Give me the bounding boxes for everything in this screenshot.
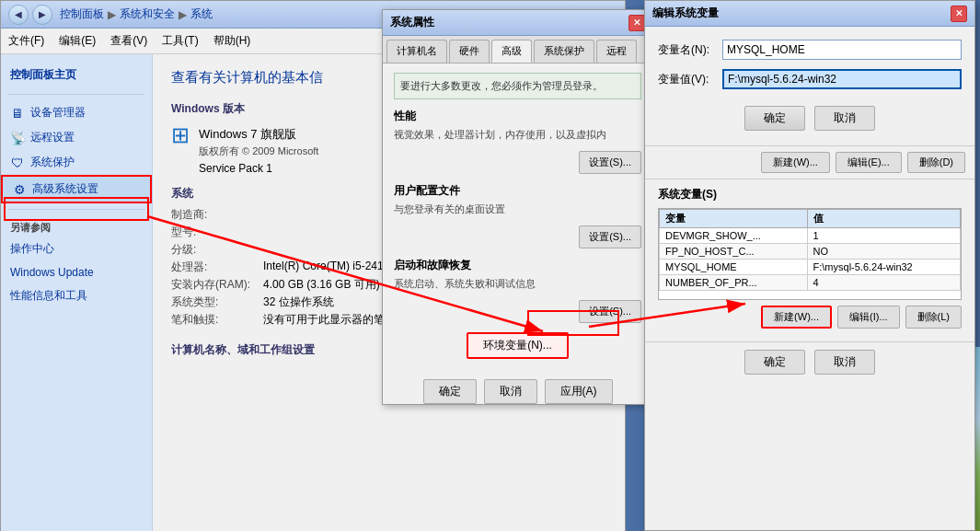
menu-help[interactable]: 帮助(H) (213, 33, 251, 49)
sysprop-titlebar: 系统属性 ✕ (383, 10, 652, 36)
var-col: DEVMGR_SHOW_... (660, 228, 808, 244)
breadcrumb-sep2: ▶ (179, 8, 187, 21)
sidebar-item-device-manager[interactable]: 🖥 设备管理器 (1, 100, 152, 125)
see-also-label: 另请参阅 (1, 215, 152, 237)
ram-value: 4.00 GB (3.16 GB 可用) (263, 277, 380, 293)
table-row[interactable]: FP_NO_HOST_C...NO (660, 244, 961, 260)
tab-remote[interactable]: 远程 (596, 40, 637, 63)
table-row[interactable]: NUMBER_OF_PR...4 (660, 275, 961, 291)
advanced-icon: ⚙ (12, 182, 27, 197)
col-value: 值 (807, 210, 960, 228)
var-name-input[interactable] (722, 40, 962, 60)
var-col: FP_NO_HOST_C... (660, 244, 808, 260)
var-value-label: 变量值(V): (658, 72, 722, 87)
editvar-bottom-buttons: 确定 取消 (645, 341, 974, 382)
breadcrumb-security[interactable]: 系统和安全 (120, 6, 175, 22)
table-row[interactable]: MYSQL_HOMEF:\mysql-5.6.24-win32 (660, 260, 961, 275)
sysprop-title: 系统属性 (390, 15, 628, 30)
sidebar-divider-2 (8, 209, 144, 210)
system-type-value: 32 位操作系统 (263, 294, 334, 310)
sidebar-action-center[interactable]: 操作中心 (1, 237, 152, 261)
user-profile-section: 用户配置文件 与您登录有关的桌面设置 设置(S)... (394, 183, 641, 248)
nav-buttons: ◀ ▶ (8, 5, 52, 25)
device-manager-icon: 🖥 (10, 106, 25, 121)
sidebar-item-remote[interactable]: 📡 远程设置 (1, 125, 152, 150)
sys-var-table-container[interactable]: 变量 值 DEVMGR_SHOW_...1FP_NO_HOST_C...NOMY… (658, 208, 962, 300)
menu-view[interactable]: 查看(V) (110, 33, 147, 49)
model-label: 型号: (171, 225, 263, 240)
table-row[interactable]: DEVMGR_SHOW_...1 (660, 228, 961, 244)
back-button[interactable]: ◀ (8, 5, 29, 25)
editvar-close-button[interactable]: ✕ (951, 6, 967, 22)
editvar-bottom-ok[interactable]: 确定 (744, 350, 805, 375)
new-var-btn[interactable]: 新建(W)... (761, 152, 830, 173)
perf-settings-btn[interactable]: 设置(S)... (579, 151, 641, 174)
sidebar-windows-update[interactable]: Windows Update (1, 261, 152, 283)
menu-tools[interactable]: 工具(T) (162, 33, 198, 49)
breadcrumb-system[interactable]: 系统 (190, 6, 213, 22)
action-center-label: 操作中心 (10, 241, 54, 257)
tab-computer-name[interactable]: 计算机名 (386, 40, 447, 63)
sidebar-divider-1 (8, 94, 144, 95)
manufacturer-label: 制造商: (171, 207, 263, 223)
sysprop-apply-btn[interactable]: 应用(A) (545, 379, 613, 404)
edit-var-btn[interactable]: 编辑(E)... (836, 152, 902, 173)
tab-protection[interactable]: 系统保护 (534, 40, 594, 63)
ram-label: 安装内存(RAM): (171, 277, 263, 293)
env-var-button[interactable]: 环境变量(N)... (467, 332, 569, 359)
tab-hardware[interactable]: 硬件 (449, 40, 490, 63)
sys-delete-btn[interactable]: 删除(L) (905, 306, 962, 329)
sysprop-bottom-buttons: 确定 取消 应用(A) (383, 379, 652, 411)
var-value-input[interactable] (722, 69, 962, 89)
user-profile-settings-btn[interactable]: 设置(S)... (579, 225, 641, 248)
edit-var-window: 编辑系统变量 ✕ 变量名(N): 变量值(V): 确定 取消 新建(W)... … (644, 0, 975, 531)
tab-advanced[interactable]: 高级 (491, 40, 532, 63)
sysprop-close-button[interactable]: ✕ (628, 15, 645, 31)
processor-label: 处理器: (171, 260, 263, 275)
val-col: NO (807, 244, 960, 260)
delete-var-btn[interactable]: 删除(D) (907, 152, 965, 173)
sidebar-item-advanced[interactable]: ⚙ 高级系统设置 (1, 175, 152, 203)
sidebar-main-link[interactable]: 控制面板主页 (1, 62, 152, 88)
breadcrumb-home[interactable]: 控制面板 (60, 6, 104, 22)
sys-edit-btn[interactable]: 编辑(I)... (837, 306, 900, 329)
editvar-ok-btn[interactable]: 确定 (744, 106, 805, 131)
sidebar-item-protection[interactable]: 🛡 系统保护 (1, 150, 152, 175)
var-col: NUMBER_OF_PR... (660, 275, 808, 291)
remote-icon: 📡 (10, 131, 25, 145)
edition-name: Windows 7 旗舰版 (199, 126, 318, 143)
env-var-container: 环境变量(N)... (394, 332, 641, 359)
user-profile-title: 用户配置文件 (394, 183, 641, 199)
sysprop-ok-btn[interactable]: 确定 (423, 379, 477, 404)
editvar-top-section: 变量名(N): 变量值(V): 确定 取消 (645, 27, 974, 146)
perf-section: 性能 视觉效果，处理器计划，内存使用，以及虚拟内 设置(S)... (394, 109, 641, 174)
editvar-bottom-cancel[interactable]: 取消 (814, 350, 875, 375)
pen-label: 笔和触摸: (171, 312, 263, 328)
sys-new-btn[interactable]: 新建(W)... (761, 306, 832, 329)
sidebar-performance[interactable]: 性能信息和工具 (1, 283, 152, 308)
perf-title: 性能 (394, 109, 641, 124)
breadcrumb-sep1: ▶ (108, 8, 116, 21)
sysprop-tabs: 计算机名 硬件 高级 系统保护 远程 (383, 36, 652, 63)
editvar-titlebar: 编辑系统变量 ✕ (645, 1, 974, 27)
startup-section: 启动和故障恢复 系统启动、系统失败和调试信息 设置(S)... (394, 258, 641, 323)
windows-update-label: Windows Update (10, 266, 94, 279)
editvar-cancel-btn[interactable]: 取消 (814, 106, 875, 131)
menu-edit[interactable]: 编辑(E) (59, 33, 96, 49)
rating-label: 分级: (171, 242, 263, 258)
system-type-label: 系统类型: (171, 294, 263, 310)
startup-settings-btn[interactable]: 设置(S)... (579, 300, 641, 323)
protection-icon: 🛡 (10, 156, 25, 170)
sidebar-item-label: 设备管理器 (30, 105, 86, 121)
forward-button[interactable]: ▶ (32, 5, 52, 25)
menu-file[interactable]: 文件(F) (8, 33, 44, 49)
sysprop-body: 要进行大多数更改，您必须作为管理员登录。 性能 视觉效果，处理器计划，内存使用，… (383, 63, 652, 368)
sidebar-item-label: 系统保护 (30, 155, 75, 170)
col-variable: 变量 (660, 210, 808, 228)
sysprop-cancel-btn[interactable]: 取消 (484, 379, 537, 404)
var-name-label: 变量名(N): (658, 42, 722, 58)
performance-label: 性能信息和工具 (10, 288, 87, 304)
edition-copy: 版权所有 © 2009 Microsoft (199, 144, 318, 158)
var-value-row: 变量值(V): (658, 69, 962, 89)
sys-var-buttons: 新建(W)... 编辑(I)... 删除(L) (658, 306, 962, 329)
